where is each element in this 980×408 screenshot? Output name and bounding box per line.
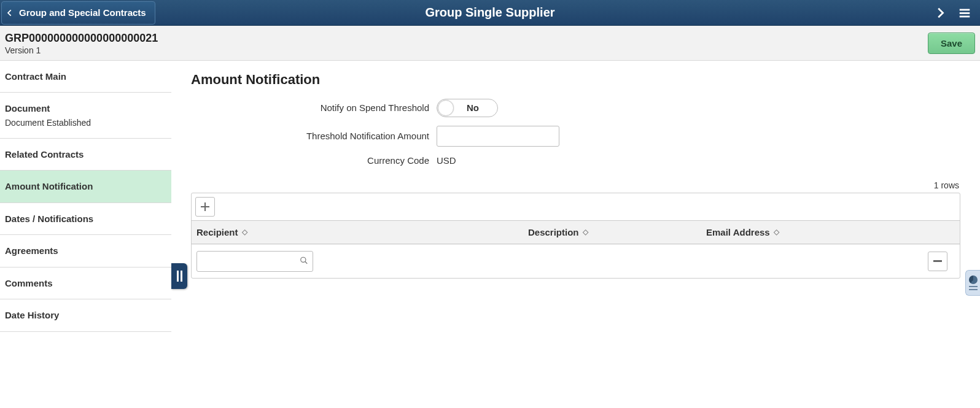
- currency-code-value: USD: [437, 155, 456, 166]
- sidebar-item-amount-notification[interactable]: Amount Notification: [0, 171, 171, 203]
- page-header-title: Group Single Supplier: [425, 6, 554, 20]
- sidebar-item-label: Related Contracts: [5, 148, 165, 161]
- label-currency-code: Currency Code: [191, 155, 437, 166]
- recipients-grid: Recipient ◇ Description ◇ Email Address …: [191, 193, 960, 279]
- column-label: Email Address: [706, 227, 770, 237]
- search-icon[interactable]: [300, 256, 308, 266]
- sidebar-item-contract-main[interactable]: Contract Main: [0, 61, 171, 93]
- line-icon: [969, 289, 978, 290]
- sort-icon: ◇: [774, 228, 779, 236]
- svg-rect-2: [960, 15, 970, 17]
- sidebar-item-label: Dates / Notifications: [5, 213, 165, 225]
- plus-icon: [201, 202, 209, 211]
- column-header-actions: [923, 221, 960, 244]
- notify-threshold-toggle[interactable]: No: [437, 99, 498, 117]
- next-icon[interactable]: [933, 6, 947, 20]
- line-icon: [969, 286, 978, 287]
- back-label: Group and Special Contracts: [19, 7, 146, 18]
- sidebar-item-agreements[interactable]: Agreements: [0, 235, 171, 268]
- grid-toolbar: [192, 193, 960, 221]
- sidebar: Contract Main Document Document Establis…: [0, 61, 171, 332]
- document-version: Version 1: [5, 45, 158, 55]
- grid-row-count: 1 rows: [191, 180, 959, 190]
- sidebar-item-label: Amount Notification: [5, 180, 165, 193]
- svg-line-6: [305, 261, 308, 264]
- recipient-input[interactable]: [196, 251, 313, 272]
- svg-rect-0: [960, 9, 970, 10]
- sidebar-item-comments[interactable]: Comments: [0, 268, 171, 300]
- sidebar-item-label: Comments: [5, 277, 165, 290]
- svg-point-5: [301, 257, 306, 262]
- main-content: Amount Notification Notify on Spend Thre…: [171, 61, 980, 332]
- sidebar-item-dates-notifications[interactable]: Dates / Notifications: [0, 203, 171, 236]
- minus-icon: [933, 260, 942, 262]
- sidebar-item-label: Contract Main: [5, 71, 165, 83]
- chevron-left-icon: [6, 9, 14, 17]
- sidebar-item-subtext: Document Established: [5, 117, 165, 128]
- column-header-email[interactable]: Email Address ◇: [701, 221, 923, 244]
- chart-icon: [969, 275, 978, 284]
- cell-email: [701, 255, 923, 268]
- label-notify-threshold: Notify on Spend Threshold: [191, 102, 437, 113]
- column-header-description[interactable]: Description ◇: [523, 221, 701, 244]
- cell-description: [523, 255, 701, 268]
- add-row-button[interactable]: [195, 197, 215, 217]
- column-label: Recipient: [196, 227, 238, 237]
- table-row: [192, 244, 960, 278]
- delete-row-button[interactable]: [928, 252, 947, 271]
- column-header-recipient[interactable]: Recipient ◇: [192, 221, 523, 244]
- svg-rect-4: [201, 206, 209, 207]
- menu-icon[interactable]: [958, 6, 971, 20]
- label-threshold-amount: Threshold Notification Amount: [191, 131, 437, 141]
- right-panel-tab[interactable]: [965, 270, 980, 296]
- sidebar-item-document[interactable]: Document Document Established: [0, 93, 171, 139]
- sort-icon: ◇: [583, 228, 588, 236]
- svg-rect-1: [960, 12, 970, 14]
- sidebar-item-label: Date History: [5, 309, 165, 321]
- sidebar-item-label: Document: [5, 102, 165, 115]
- back-button[interactable]: Group and Special Contracts: [1, 1, 155, 25]
- document-id: GRP000000000000000000021: [5, 32, 158, 45]
- grid-header: Recipient ◇ Description ◇ Email Address …: [192, 221, 960, 244]
- sub-header: GRP000000000000000000021 Version 1 Save: [0, 26, 980, 61]
- top-bar: Group and Special Contracts Group Single…: [0, 0, 980, 26]
- sidebar-item-date-history[interactable]: Date History: [0, 299, 171, 332]
- save-button[interactable]: Save: [928, 33, 975, 54]
- top-actions: [933, 6, 980, 20]
- sort-icon: ◇: [242, 228, 247, 236]
- column-label: Description: [528, 227, 579, 237]
- sidebar-item-label: Agreements: [5, 245, 165, 257]
- sidebar-item-related-contracts[interactable]: Related Contracts: [0, 139, 171, 171]
- threshold-amount-input[interactable]: [437, 126, 559, 147]
- page-title: Amount Notification: [191, 72, 960, 88]
- toggle-knob: [438, 100, 454, 116]
